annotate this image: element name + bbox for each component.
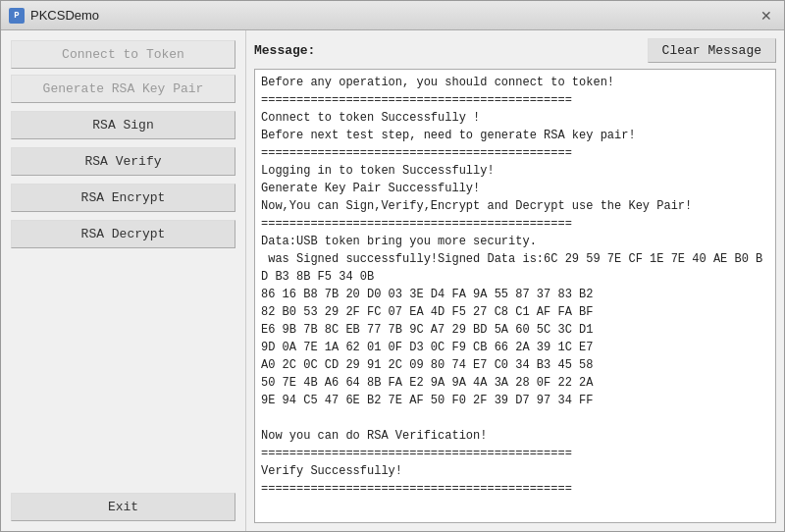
main-content: Connect to Token Generate RSA Key Pair R… [1,30,784,531]
window-title: PKCSDemo [30,8,99,23]
rsa-encrypt-button[interactable]: RSA Encrypt [11,184,236,212]
app-icon: P [9,8,25,24]
top-button-group: Connect to Token Generate RSA Key Pair [11,40,236,103]
message-area[interactable]: Before any operation, you should connect… [254,69,776,523]
rsa-verify-button[interactable]: RSA Verify [11,147,236,176]
left-panel: Connect to Token Generate RSA Key Pair R… [1,30,246,531]
connect-token-button[interactable]: Connect to Token [11,40,236,69]
spacer [11,256,236,485]
title-bar: P PKCSDemo ✕ [1,1,784,30]
clear-message-button[interactable]: Clear Message [648,38,776,63]
rsa-sign-button[interactable]: RSA Sign [11,111,236,139]
message-header: Message: Clear Message [254,38,776,63]
generate-rsa-key-button[interactable]: Generate RSA Key Pair [11,75,236,103]
close-button[interactable]: ✕ [757,6,776,26]
rsa-decrypt-button[interactable]: RSA Decrypt [11,220,236,248]
exit-button[interactable]: Exit [11,493,236,521]
message-label: Message: [254,43,315,58]
right-panel: Message: Clear Message Before any operat… [246,30,784,531]
main-window: P PKCSDemo ✕ Connect to Token Generate R… [0,0,785,532]
title-bar-left: P PKCSDemo [9,8,99,24]
